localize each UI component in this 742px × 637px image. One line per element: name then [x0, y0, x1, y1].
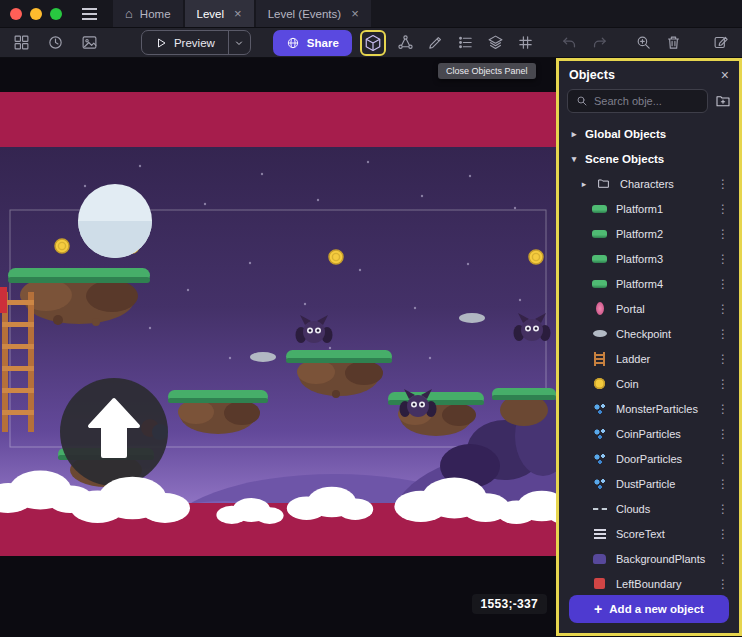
objects-tree: ▸ Global Objects ▾ Scene Objects ▸ Chara…: [559, 119, 739, 595]
object-item[interactable]: Coin ⋮: [559, 371, 739, 396]
close-tab-icon[interactable]: ×: [234, 6, 242, 21]
toolbar: Preview Share: [0, 28, 742, 58]
object-item[interactable]: Platform3 ⋮: [559, 246, 739, 271]
preview-label: Preview: [174, 37, 215, 49]
item-menu-icon[interactable]: ⋮: [713, 277, 733, 291]
home-icon: ⌂: [125, 6, 133, 21]
preview-button-group: Preview: [141, 30, 251, 55]
close-panel-icon[interactable]: ×: [721, 67, 729, 83]
item-menu-icon[interactable]: ⋮: [713, 577, 733, 591]
object-item[interactable]: DustParticle ⋮: [559, 471, 739, 496]
item-menu-icon[interactable]: ⋮: [713, 502, 733, 516]
object-item[interactable]: Platform1 ⋮: [559, 196, 739, 221]
ladder-icon: [591, 352, 608, 366]
item-menu-icon[interactable]: ⋮: [713, 402, 733, 416]
object-item[interactable]: BackgroundPlants ⋮: [559, 546, 739, 571]
grid-icon[interactable]: [514, 32, 536, 54]
item-menu-icon[interactable]: ⋮: [713, 452, 733, 466]
image-icon[interactable]: [78, 32, 100, 54]
search-box[interactable]: [567, 89, 708, 113]
item-menu-icon[interactable]: ⋮: [713, 227, 733, 241]
layers-icon[interactable]: [484, 32, 506, 54]
item-menu-icon[interactable]: ⋮: [713, 252, 733, 266]
preview-options-button[interactable]: [228, 31, 250, 54]
object-item[interactable]: DoorParticles ⋮: [559, 446, 739, 471]
undo-icon[interactable]: [558, 32, 580, 54]
minimize-window-button[interactable]: [30, 8, 42, 20]
history-icon[interactable]: [44, 32, 66, 54]
item-menu-icon[interactable]: ⋮: [713, 302, 733, 316]
object-item[interactable]: CoinParticles ⋮: [559, 421, 739, 446]
tooltip: Close Objects Panel: [438, 63, 536, 79]
chevron-down-icon: [233, 37, 245, 49]
particles-icon: [591, 403, 608, 415]
close-window-button[interactable]: [10, 8, 22, 20]
instances-list-icon[interactable]: [454, 32, 476, 54]
coin-icon: [591, 378, 608, 389]
share-button[interactable]: Share: [273, 30, 352, 56]
trash-icon[interactable]: [662, 32, 684, 54]
app-window: ⌂ Home Level × Level (Events) ×: [0, 0, 742, 637]
object-groups-icon[interactable]: [394, 32, 416, 54]
object-item[interactable]: Platform4 ⋮: [559, 271, 739, 296]
zoom-window-button[interactable]: [50, 8, 62, 20]
object-item[interactable]: ScoreText ⋮: [559, 521, 739, 546]
object-item[interactable]: Checkpoint ⋮: [559, 321, 739, 346]
rename-icon[interactable]: [710, 32, 732, 54]
objects-panel-toggle[interactable]: [360, 30, 386, 56]
item-menu-icon[interactable]: ⋮: [713, 377, 733, 391]
item-menu-icon[interactable]: ⋮: [713, 552, 733, 566]
objects-panel: Objects × ▸ Global Objects ▾: [556, 58, 742, 636]
menu-icon[interactable]: [82, 13, 97, 15]
layout-icon[interactable]: [10, 32, 32, 54]
chevron-right-icon: ▸: [569, 129, 579, 139]
cursor-coordinates: 1553;-337: [472, 594, 547, 614]
search-icon: [576, 95, 588, 107]
particles-icon: [591, 453, 608, 465]
item-menu-icon[interactable]: ⋮: [713, 202, 733, 216]
text-icon: [591, 529, 608, 539]
particles-icon: [591, 478, 608, 490]
scene-editor-canvas[interactable]: 1553;-337: [0, 58, 556, 636]
zoom-in-icon[interactable]: [632, 32, 654, 54]
tab-label: Level: [197, 8, 225, 20]
item-menu-icon[interactable]: ⋮: [713, 327, 733, 341]
tab-label: Level (Events): [268, 8, 342, 20]
close-tab-icon[interactable]: ×: [351, 6, 359, 21]
search-input[interactable]: [594, 95, 699, 107]
item-menu-icon[interactable]: ⋮: [713, 427, 733, 441]
object-item[interactable]: Platform2 ⋮: [559, 221, 739, 246]
portal-icon: [591, 302, 608, 315]
window-controls: [0, 8, 74, 20]
share-label: Share: [307, 37, 339, 49]
tab-level[interactable]: Level ×: [185, 0, 254, 27]
item-menu-icon[interactable]: ⋮: [713, 477, 733, 491]
item-menu-icon[interactable]: ⋮: [713, 352, 733, 366]
titlebar: ⌂ Home Level × Level (Events) ×: [0, 0, 742, 28]
tab-level-events[interactable]: Level (Events) ×: [256, 0, 371, 27]
group-global-objects[interactable]: ▸ Global Objects: [559, 121, 739, 146]
chevron-down-icon: ▾: [569, 154, 579, 164]
object-item[interactable]: MonsterParticles ⋮: [559, 396, 739, 421]
object-item[interactable]: Ladder ⋮: [559, 346, 739, 371]
object-item[interactable]: Portal ⋮: [559, 296, 739, 321]
tab-home[interactable]: ⌂ Home: [113, 0, 183, 27]
platform-icon: [591, 205, 608, 213]
edit-icon[interactable]: [424, 32, 446, 54]
add-folder-icon[interactable]: [715, 93, 731, 109]
item-menu-icon[interactable]: ⋮: [713, 177, 733, 191]
folder-icon: [595, 177, 612, 190]
object-item[interactable]: Clouds ⋮: [559, 496, 739, 521]
play-icon: [155, 37, 167, 49]
object-item[interactable]: LeftBoundary ⋮: [559, 571, 739, 595]
item-menu-icon[interactable]: ⋮: [713, 527, 733, 541]
checkpoint-icon: [591, 330, 608, 337]
redo-icon[interactable]: [588, 32, 610, 54]
preview-button[interactable]: Preview: [142, 31, 228, 54]
platform-icon: [591, 255, 608, 263]
boundary-icon: [591, 578, 608, 589]
add-object-button[interactable]: + Add a new object: [569, 595, 729, 623]
folder-characters[interactable]: ▸ Characters ⋮: [559, 171, 739, 196]
platform-icon: [591, 280, 608, 288]
group-scene-objects[interactable]: ▾ Scene Objects: [559, 146, 739, 171]
